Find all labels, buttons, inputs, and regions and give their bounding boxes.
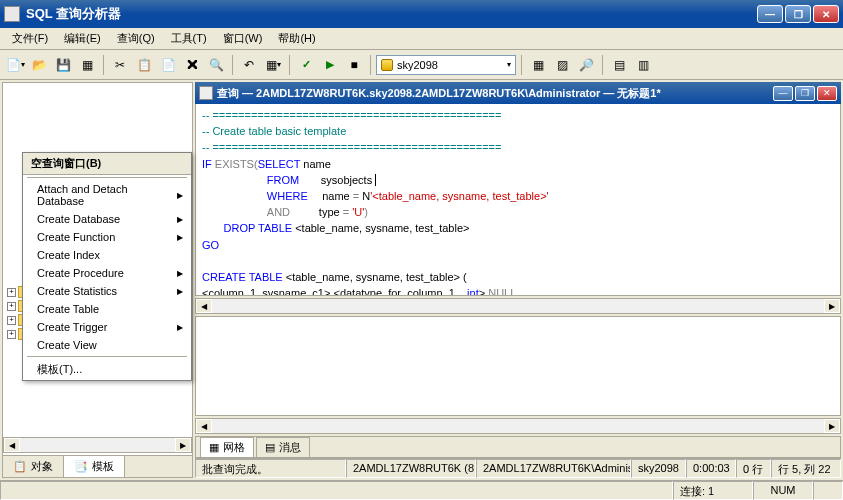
status-database: sky2098: [631, 459, 686, 478]
database-icon: [381, 59, 393, 71]
sql-editor[interactable]: -- =====================================…: [195, 104, 841, 296]
open-button[interactable]: 📂: [28, 54, 50, 76]
estimated-plan-button[interactable]: ▦: [527, 54, 549, 76]
menu-window[interactable]: 窗口(W): [215, 29, 271, 48]
execute-button[interactable]: ▶: [319, 54, 341, 76]
cm-create-statistics[interactable]: Create Statistics▶: [23, 282, 191, 300]
execute-mode-button[interactable]: ▦▾: [262, 54, 284, 76]
window-options-button[interactable]: ▥: [632, 54, 654, 76]
mdi-minimize-button[interactable]: —: [773, 86, 793, 101]
cm-create-index[interactable]: Create Index: [23, 246, 191, 264]
cm-create-view[interactable]: Create View: [23, 336, 191, 354]
tab-templates[interactable]: 📑模板: [64, 456, 125, 477]
cm-create-database[interactable]: Create Database▶: [23, 210, 191, 228]
toolbar-separator: [602, 55, 603, 75]
toolbar-separator: [103, 55, 104, 75]
window-title: SQL 查询分析器: [26, 5, 757, 23]
toolbar: 📄▾ 📂 💾 ▦ ✂ 📋 📄 🗙 🔍 ↶ ▦▾ ✓ ▶ ■ sky2098 ▾ …: [0, 50, 843, 80]
new-context-menu: 空查询窗口(B) Attach and Detach Database▶ Cre…: [22, 152, 192, 381]
context-menu-separator: [27, 177, 187, 178]
close-button[interactable]: ✕: [813, 5, 839, 23]
scroll-left-icon[interactable]: ◀: [196, 419, 212, 433]
paste-button[interactable]: 📄: [157, 54, 179, 76]
mdi-close-button[interactable]: ✕: [817, 86, 837, 101]
window-buttons: — ❐ ✕: [757, 5, 839, 23]
scroll-right-icon[interactable]: ▶: [824, 419, 840, 433]
parse-button[interactable]: ✓: [295, 54, 317, 76]
editor-hscroll[interactable]: ◀ ▶: [195, 298, 841, 314]
menu-edit[interactable]: 编辑(E): [56, 29, 109, 48]
maximize-button[interactable]: ❐: [785, 5, 811, 23]
status-numlock: NUM: [753, 481, 813, 500]
cm-create-procedure[interactable]: Create Procedure▶: [23, 264, 191, 282]
scroll-left-icon[interactable]: ◀: [4, 438, 20, 452]
menu-help[interactable]: 帮助(H): [270, 29, 323, 48]
context-menu-separator: [27, 356, 187, 357]
mdi-title-text: 查询 — 2AMDL17ZW8RUT6K.sky2098.2AMDL17ZW8R…: [217, 86, 773, 101]
tab-messages[interactable]: ▤ 消息: [256, 437, 310, 458]
cm-templates[interactable]: 模板(T)...: [23, 359, 191, 380]
save-button[interactable]: 💾: [52, 54, 74, 76]
app-statusbar: 连接: 1 NUM: [0, 480, 843, 500]
left-tabs: 📋对象 📑模板: [3, 455, 192, 477]
database-selector[interactable]: sky2098 ▾: [376, 55, 516, 75]
context-menu-header[interactable]: 空查询窗口(B): [23, 153, 191, 175]
toolbar-separator: [370, 55, 371, 75]
status-message: 批查询完成。: [195, 459, 346, 478]
status-connections: 连接: 1: [673, 481, 753, 500]
scroll-right-icon[interactable]: ▶: [824, 299, 840, 313]
new-button[interactable]: 📄▾: [4, 54, 26, 76]
status-user: 2AMDL17ZW8RUT6K\Administrator: [476, 459, 631, 478]
results-hscroll[interactable]: ◀ ▶: [195, 418, 841, 434]
toolbar-separator: [521, 55, 522, 75]
cm-create-trigger[interactable]: Create Trigger▶: [23, 318, 191, 336]
toolbar-separator: [232, 55, 233, 75]
cut-button[interactable]: ✂: [109, 54, 131, 76]
copy-button[interactable]: 📋: [133, 54, 155, 76]
query-window-icon: [199, 86, 213, 100]
menubar: 文件(F) 编辑(E) 查询(Q) 工具(T) 窗口(W) 帮助(H): [0, 28, 843, 50]
main-area: 空查询窗口(B) Attach and Detach Database▶ Cre…: [0, 80, 843, 480]
status-position: 行 5, 列 22: [771, 459, 841, 478]
object-browser-button[interactable]: ▨: [551, 54, 573, 76]
stop-button[interactable]: ■: [343, 54, 365, 76]
cm-create-function[interactable]: Create Function▶: [23, 228, 191, 246]
app-icon: [4, 6, 20, 22]
query-pane: 查询 — 2AMDL17ZW8RUT6K.sky2098.2AMDL17ZW8R…: [195, 82, 841, 478]
result-tabs: ▦ 网格 ▤ 消息: [195, 436, 841, 458]
status-time: 0:00:03: [686, 459, 736, 478]
cm-create-table[interactable]: Create Table: [23, 300, 191, 318]
menu-query[interactable]: 查询(Q): [109, 29, 163, 48]
current-conn-button[interactable]: ▤: [608, 54, 630, 76]
cm-attach-detach[interactable]: Attach and Detach Database▶: [23, 180, 191, 210]
database-selected: sky2098: [397, 59, 438, 71]
insert-template-button[interactable]: ▦: [76, 54, 98, 76]
status-server: 2AMDL17ZW8RUT6K (8.0): [346, 459, 476, 478]
window-titlebar: SQL 查询分析器 — ❐ ✕: [0, 0, 843, 28]
scroll-right-icon[interactable]: ▶: [175, 438, 191, 452]
undo-button[interactable]: ↶: [238, 54, 260, 76]
menu-tools[interactable]: 工具(T): [163, 29, 215, 48]
object-search-button[interactable]: 🔎: [575, 54, 597, 76]
status-rows: 0 行: [736, 459, 771, 478]
minimize-button[interactable]: —: [757, 5, 783, 23]
mdi-titlebar: 查询 — 2AMDL17ZW8RUT6K.sky2098.2AMDL17ZW8R…: [195, 82, 841, 104]
tab-objects[interactable]: 📋对象: [3, 456, 64, 477]
toolbar-separator: [289, 55, 290, 75]
tab-grid[interactable]: ▦ 网格: [200, 437, 254, 458]
results-pane[interactable]: [195, 316, 841, 416]
clear-button[interactable]: 🗙: [181, 54, 203, 76]
left-hscroll[interactable]: ◀ ▶: [3, 437, 192, 453]
scroll-left-icon[interactable]: ◀: [196, 299, 212, 313]
find-button[interactable]: 🔍: [205, 54, 227, 76]
menu-file[interactable]: 文件(F): [4, 29, 56, 48]
query-statusbar: 批查询完成。 2AMDL17ZW8RUT6K (8.0) 2AMDL17ZW8R…: [195, 458, 841, 478]
mdi-restore-button[interactable]: ❐: [795, 86, 815, 101]
